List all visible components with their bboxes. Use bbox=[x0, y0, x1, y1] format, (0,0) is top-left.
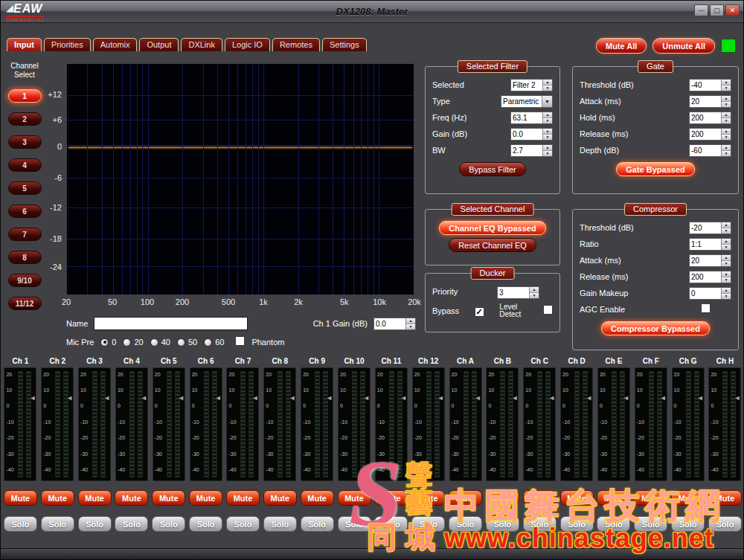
channel-eq-bypassed-button[interactable]: Channel EQ Bypassed bbox=[439, 221, 545, 235]
mute-button-ch-7[interactable]: Mute bbox=[226, 490, 260, 506]
mute-button-ch-f[interactable]: Mute bbox=[634, 490, 667, 506]
mute-button-ch-1[interactable]: Mute bbox=[4, 490, 37, 506]
gate-threshold-db-up[interactable]: ▲ bbox=[722, 80, 731, 86]
eq-graph[interactable] bbox=[66, 63, 414, 295]
fader-handle[interactable]: ◄ bbox=[141, 395, 147, 402]
mute-button-ch-6[interactable]: Mute bbox=[189, 490, 222, 506]
fader-handle[interactable]: ◄ bbox=[326, 395, 333, 402]
fader-handle[interactable]: ◄ bbox=[363, 395, 370, 402]
solo-button-ch-6[interactable]: Solo bbox=[189, 516, 222, 532]
solo-button-ch-3[interactable]: Solo bbox=[78, 516, 112, 532]
tab-logic-io[interactable]: Logic IO bbox=[225, 38, 270, 51]
channel-select-11-12[interactable]: 11/12 bbox=[8, 297, 42, 310]
filter-gain-db[interactable]: 0.0▲▼ bbox=[510, 128, 553, 141]
gate-threshold-db[interactable]: -40▲▼ bbox=[689, 79, 731, 91]
mute-button-ch-h[interactable]: Mute bbox=[708, 490, 742, 506]
filter-freq-hz-up[interactable]: ▲ bbox=[543, 112, 552, 118]
mic-pre-radio-60[interactable] bbox=[204, 338, 212, 347]
solo-button-ch-1[interactable]: Solo bbox=[4, 516, 37, 532]
fader-handle[interactable]: ◄ bbox=[586, 395, 592, 402]
mute-button-ch-12[interactable]: Mute bbox=[411, 490, 445, 506]
fader-handle[interactable]: ◄ bbox=[66, 395, 73, 402]
gate-depth-db[interactable]: -60▲▼ bbox=[689, 144, 731, 157]
fader-handle[interactable]: ◄ bbox=[548, 395, 555, 402]
gate-bypassed-button[interactable]: Gate Bypassed bbox=[616, 162, 694, 176]
gate-hold-ms-up[interactable]: ▲ bbox=[722, 112, 731, 118]
filter-gain-db-up[interactable]: ▲ bbox=[543, 129, 552, 135]
mic-pre-radio-40[interactable] bbox=[150, 338, 158, 347]
fader-handle[interactable]: ◄ bbox=[511, 395, 518, 402]
channel-select-4[interactable]: 4 bbox=[8, 158, 42, 172]
mic-pre-radio-20[interactable] bbox=[123, 338, 131, 347]
tab-input[interactable]: Input bbox=[7, 38, 42, 51]
mute-button-ch-c[interactable]: Mute bbox=[523, 490, 557, 506]
mute-button-ch-9[interactable]: Mute bbox=[301, 490, 334, 506]
solo-button-ch-7[interactable]: Solo bbox=[226, 516, 260, 532]
compressor-gain-makeup[interactable]: 0▲▼ bbox=[689, 287, 731, 300]
compressor-release-ms[interactable]: 200▲▼ bbox=[689, 271, 731, 283]
fader-handle[interactable]: ◄ bbox=[30, 395, 36, 402]
fader-handle[interactable]: ◄ bbox=[437, 395, 444, 402]
fader-handle[interactable]: ◄ bbox=[103, 395, 110, 402]
mute-button-ch-d[interactable]: Mute bbox=[560, 490, 594, 506]
gate-depth-db-up[interactable]: ▲ bbox=[722, 145, 731, 151]
compressor-gain-makeup-down[interactable]: ▼ bbox=[722, 294, 731, 299]
phantom-checkbox[interactable] bbox=[235, 336, 245, 346]
gate-hold-ms[interactable]: 200▲▼ bbox=[689, 112, 731, 124]
gate-hold-ms-down[interactable]: ▼ bbox=[722, 118, 731, 123]
channel-select-3[interactable]: 3 bbox=[8, 135, 42, 149]
fader-handle[interactable]: ◄ bbox=[215, 395, 222, 402]
compressor-attack-ms[interactable]: 20▲▼ bbox=[689, 254, 731, 267]
channel-select-5[interactable]: 5 bbox=[8, 181, 42, 195]
mute-button-ch-11[interactable]: Mute bbox=[374, 490, 408, 506]
mute-button-ch-b[interactable]: Mute bbox=[486, 490, 519, 506]
ch1-gain-spinner-down[interactable]: ▼ bbox=[406, 324, 415, 329]
tab-automix[interactable]: Automix bbox=[93, 38, 138, 51]
mic-pre-radio-0[interactable] bbox=[100, 338, 109, 347]
filter-bw-down[interactable]: ▼ bbox=[543, 151, 552, 156]
fader-handle[interactable]: ◄ bbox=[697, 395, 704, 402]
mute-button-ch-2[interactable]: Mute bbox=[41, 490, 74, 506]
tab-remotes[interactable]: Remotes bbox=[272, 38, 320, 51]
solo-button-ch-12[interactable]: Solo bbox=[411, 516, 445, 532]
ducker-priority[interactable]: 3▲▼ bbox=[497, 286, 539, 299]
channel-select-9-10[interactable]: 9/10 bbox=[8, 274, 42, 287]
solo-button-ch-2[interactable]: Solo bbox=[41, 516, 74, 532]
compressor-threshold-db-up[interactable]: ▲ bbox=[722, 222, 731, 228]
gate-release-ms[interactable]: 200▲▼ bbox=[689, 128, 731, 141]
fader-handle[interactable]: ◄ bbox=[400, 395, 407, 402]
mute-all-button[interactable]: Mute All bbox=[596, 38, 647, 54]
gate-release-ms-down[interactable]: ▼ bbox=[722, 135, 731, 140]
filter-selected[interactable]: Filter 2▲▼ bbox=[510, 79, 553, 91]
filter-gain-db-down[interactable]: ▼ bbox=[543, 135, 552, 140]
tab-priorities[interactable]: Priorities bbox=[44, 38, 91, 51]
compressor-bypassed-button[interactable]: Compressor Bypassed bbox=[601, 321, 710, 335]
compressor-gain-makeup-up[interactable]: ▲ bbox=[722, 288, 731, 294]
solo-button-ch-11[interactable]: Solo bbox=[374, 516, 408, 532]
gate-attack-ms-up[interactable]: ▲ bbox=[722, 96, 731, 102]
gate-attack-ms[interactable]: 20▲▼ bbox=[689, 95, 731, 108]
gate-attack-ms-down[interactable]: ▼ bbox=[722, 102, 731, 107]
filter-freq-hz[interactable]: 63.1▲▼ bbox=[510, 112, 553, 124]
compressor-ratio-up[interactable]: ▲ bbox=[722, 239, 731, 245]
gate-depth-db-down[interactable]: ▼ bbox=[722, 151, 731, 156]
bypass-filter-button[interactable]: Bypass Filter bbox=[459, 162, 526, 176]
solo-button-ch-c[interactable]: Solo bbox=[523, 516, 557, 532]
filter-freq-hz-down[interactable]: ▼ bbox=[543, 118, 552, 123]
solo-button-ch-d[interactable]: Solo bbox=[560, 516, 594, 532]
filter-bw-up[interactable]: ▲ bbox=[543, 145, 552, 151]
ch1-gain-spinner[interactable]: 0.0▲▼ bbox=[373, 318, 416, 330]
mic-pre-radio-50[interactable] bbox=[177, 338, 185, 347]
solo-button-ch-5[interactable]: Solo bbox=[152, 516, 185, 532]
tab-dxlink[interactable]: DXLink bbox=[181, 38, 222, 51]
gate-release-ms-up[interactable]: ▲ bbox=[722, 129, 731, 135]
compressor-ratio[interactable]: 1:1▲▼ bbox=[689, 238, 731, 251]
unmute-all-button[interactable]: Unmute All bbox=[652, 38, 715, 54]
fader-handle[interactable]: ◄ bbox=[475, 395, 481, 402]
ducker-bypass-checkbox[interactable]: ✓ bbox=[475, 307, 484, 317]
channel-select-8[interactable]: 8 bbox=[8, 251, 42, 264]
solo-button-ch-h[interactable]: Solo bbox=[708, 516, 742, 532]
mute-button-ch-10[interactable]: Mute bbox=[338, 490, 371, 506]
fader-handle[interactable]: ◄ bbox=[252, 395, 259, 402]
minimize-button[interactable]: — bbox=[694, 4, 708, 16]
